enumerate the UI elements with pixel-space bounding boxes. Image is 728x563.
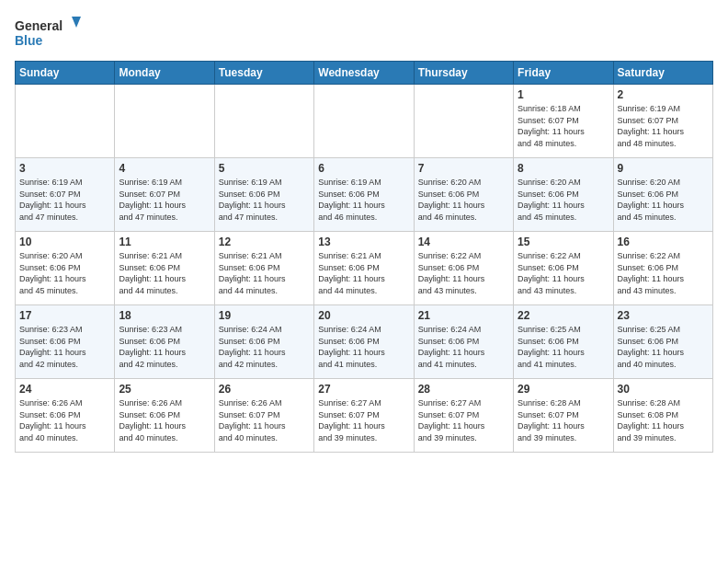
calendar-cell: 10Sunrise: 6:20 AM Sunset: 6:06 PM Dayli…: [16, 232, 115, 305]
calendar-cell: 21Sunrise: 6:24 AM Sunset: 6:06 PM Dayli…: [414, 305, 513, 379]
calendar-cell: 12Sunrise: 6:21 AM Sunset: 6:06 PM Dayli…: [214, 232, 313, 305]
day-info: Sunrise: 6:27 AM Sunset: 6:07 PM Dayligh…: [318, 397, 409, 443]
calendar-cell: 19Sunrise: 6:24 AM Sunset: 6:06 PM Dayli…: [214, 305, 313, 379]
day-info: Sunrise: 6:26 AM Sunset: 6:06 PM Dayligh…: [119, 397, 210, 443]
day-info: Sunrise: 6:19 AM Sunset: 6:07 PM Dayligh…: [19, 177, 110, 223]
day-info: Sunrise: 6:22 AM Sunset: 6:06 PM Dayligh…: [618, 250, 709, 296]
day-info: Sunrise: 6:26 AM Sunset: 6:07 PM Dayligh…: [219, 397, 310, 443]
day-info: Sunrise: 6:23 AM Sunset: 6:06 PM Dayligh…: [119, 324, 210, 370]
calendar-cell: 26Sunrise: 6:26 AM Sunset: 6:07 PM Dayli…: [214, 379, 313, 453]
week-row-3: 17Sunrise: 6:23 AM Sunset: 6:06 PM Dayli…: [16, 305, 713, 379]
day-info: Sunrise: 6:28 AM Sunset: 6:08 PM Dayligh…: [618, 397, 709, 443]
day-info: Sunrise: 6:20 AM Sunset: 6:06 PM Dayligh…: [418, 177, 509, 223]
day-info: Sunrise: 6:24 AM Sunset: 6:06 PM Dayligh…: [418, 324, 509, 370]
header-friday: Friday: [514, 62, 613, 85]
day-number: 11: [119, 236, 210, 248]
week-row-4: 24Sunrise: 6:26 AM Sunset: 6:06 PM Dayli…: [16, 379, 713, 453]
svg-text:Blue: Blue: [15, 33, 43, 48]
header-monday: Monday: [115, 62, 214, 85]
calendar-cell: 22Sunrise: 6:25 AM Sunset: 6:06 PM Dayli…: [514, 305, 613, 379]
day-number: 12: [219, 236, 310, 248]
day-info: Sunrise: 6:21 AM Sunset: 6:06 PM Dayligh…: [119, 250, 210, 296]
day-number: 14: [418, 236, 509, 248]
calendar-cell: 6Sunrise: 6:19 AM Sunset: 6:06 PM Daylig…: [314, 158, 414, 232]
calendar-cell: [414, 85, 513, 158]
day-info: Sunrise: 6:25 AM Sunset: 6:06 PM Dayligh…: [518, 324, 609, 370]
calendar-cell: 13Sunrise: 6:21 AM Sunset: 6:06 PM Dayli…: [314, 232, 414, 305]
day-info: Sunrise: 6:19 AM Sunset: 6:07 PM Dayligh…: [618, 103, 709, 149]
day-number: 7: [418, 162, 509, 175]
calendar-cell: 23Sunrise: 6:25 AM Sunset: 6:06 PM Dayli…: [613, 305, 712, 379]
calendar-cell: 11Sunrise: 6:21 AM Sunset: 6:06 PM Dayli…: [115, 232, 214, 305]
calendar-cell: 28Sunrise: 6:27 AM Sunset: 6:07 PM Dayli…: [414, 379, 513, 453]
day-number: 17: [19, 309, 110, 322]
calendar-cell: 5Sunrise: 6:19 AM Sunset: 6:06 PM Daylig…: [214, 158, 313, 232]
day-number: 18: [119, 309, 210, 322]
day-info: Sunrise: 6:27 AM Sunset: 6:07 PM Dayligh…: [418, 397, 509, 443]
day-number: 22: [518, 309, 609, 322]
calendar-cell: 29Sunrise: 6:28 AM Sunset: 6:07 PM Dayli…: [514, 379, 613, 453]
calendar-cell: 17Sunrise: 6:23 AM Sunset: 6:06 PM Dayli…: [16, 305, 115, 379]
calendar-cell: 8Sunrise: 6:20 AM Sunset: 6:06 PM Daylig…: [514, 158, 613, 232]
day-number: 5: [219, 162, 310, 175]
day-number: 3: [19, 162, 110, 175]
header-thursday: Thursday: [414, 62, 513, 85]
calendar-cell: 7Sunrise: 6:20 AM Sunset: 6:06 PM Daylig…: [414, 158, 513, 232]
week-row-0: 1Sunrise: 6:18 AM Sunset: 6:07 PM Daylig…: [16, 85, 713, 158]
day-info: Sunrise: 6:19 AM Sunset: 6:07 PM Dayligh…: [119, 177, 210, 223]
day-number: 10: [19, 236, 110, 248]
calendar-cell: 25Sunrise: 6:26 AM Sunset: 6:06 PM Dayli…: [115, 379, 214, 453]
day-info: Sunrise: 6:21 AM Sunset: 6:06 PM Dayligh…: [219, 250, 310, 296]
day-number: 27: [318, 383, 409, 396]
day-number: 8: [518, 162, 609, 175]
day-info: Sunrise: 6:22 AM Sunset: 6:06 PM Dayligh…: [418, 250, 509, 296]
header-wednesday: Wednesday: [314, 62, 414, 85]
calendar-cell: [314, 85, 414, 158]
day-number: 4: [119, 162, 210, 175]
header-tuesday: Tuesday: [214, 62, 313, 85]
calendar-table: SundayMondayTuesdayWednesdayThursdayFrid…: [15, 61, 713, 453]
day-number: 28: [418, 383, 509, 396]
calendar-cell: 20Sunrise: 6:24 AM Sunset: 6:06 PM Dayli…: [314, 305, 414, 379]
day-number: 1: [518, 88, 609, 101]
page-header: GeneralBlue: [15, 15, 713, 52]
calendar-header: SundayMondayTuesdayWednesdayThursdayFrid…: [16, 62, 713, 85]
day-number: 26: [219, 383, 310, 396]
day-info: Sunrise: 6:24 AM Sunset: 6:06 PM Dayligh…: [219, 324, 310, 370]
day-number: 2: [618, 88, 709, 101]
header-saturday: Saturday: [613, 62, 712, 85]
day-number: 9: [618, 162, 709, 175]
svg-text:General: General: [15, 18, 63, 33]
day-number: 24: [19, 383, 110, 396]
calendar-cell: 27Sunrise: 6:27 AM Sunset: 6:07 PM Dayli…: [314, 379, 414, 453]
logo-svg: GeneralBlue: [15, 15, 88, 52]
day-info: Sunrise: 6:25 AM Sunset: 6:06 PM Dayligh…: [618, 324, 709, 370]
calendar-cell: [214, 85, 313, 158]
logo: GeneralBlue: [15, 15, 88, 52]
day-number: 15: [518, 236, 609, 248]
day-number: 21: [418, 309, 509, 322]
calendar-cell: 14Sunrise: 6:22 AM Sunset: 6:06 PM Dayli…: [414, 232, 513, 305]
day-info: Sunrise: 6:18 AM Sunset: 6:07 PM Dayligh…: [518, 103, 609, 149]
day-number: 25: [119, 383, 210, 396]
calendar-cell: 9Sunrise: 6:20 AM Sunset: 6:06 PM Daylig…: [613, 158, 712, 232]
calendar-cell: 16Sunrise: 6:22 AM Sunset: 6:06 PM Dayli…: [613, 232, 712, 305]
day-info: Sunrise: 6:28 AM Sunset: 6:07 PM Dayligh…: [518, 397, 609, 443]
day-info: Sunrise: 6:26 AM Sunset: 6:06 PM Dayligh…: [19, 397, 110, 443]
day-info: Sunrise: 6:20 AM Sunset: 6:06 PM Dayligh…: [618, 177, 709, 223]
day-info: Sunrise: 6:20 AM Sunset: 6:06 PM Dayligh…: [19, 250, 110, 296]
header-sunday: Sunday: [16, 62, 115, 85]
day-number: 6: [318, 162, 409, 175]
calendar-cell: 15Sunrise: 6:22 AM Sunset: 6:06 PM Dayli…: [514, 232, 613, 305]
calendar-cell: 30Sunrise: 6:28 AM Sunset: 6:08 PM Dayli…: [613, 379, 712, 453]
calendar-cell: 18Sunrise: 6:23 AM Sunset: 6:06 PM Dayli…: [115, 305, 214, 379]
day-info: Sunrise: 6:21 AM Sunset: 6:06 PM Dayligh…: [318, 250, 409, 296]
calendar-cell: 2Sunrise: 6:19 AM Sunset: 6:07 PM Daylig…: [613, 85, 712, 158]
day-number: 30: [618, 383, 709, 396]
day-info: Sunrise: 6:19 AM Sunset: 6:06 PM Dayligh…: [219, 177, 310, 223]
day-info: Sunrise: 6:20 AM Sunset: 6:06 PM Dayligh…: [518, 177, 609, 223]
day-number: 19: [219, 309, 310, 322]
day-number: 16: [618, 236, 709, 248]
day-number: 13: [318, 236, 409, 248]
calendar-cell: 4Sunrise: 6:19 AM Sunset: 6:07 PM Daylig…: [115, 158, 214, 232]
